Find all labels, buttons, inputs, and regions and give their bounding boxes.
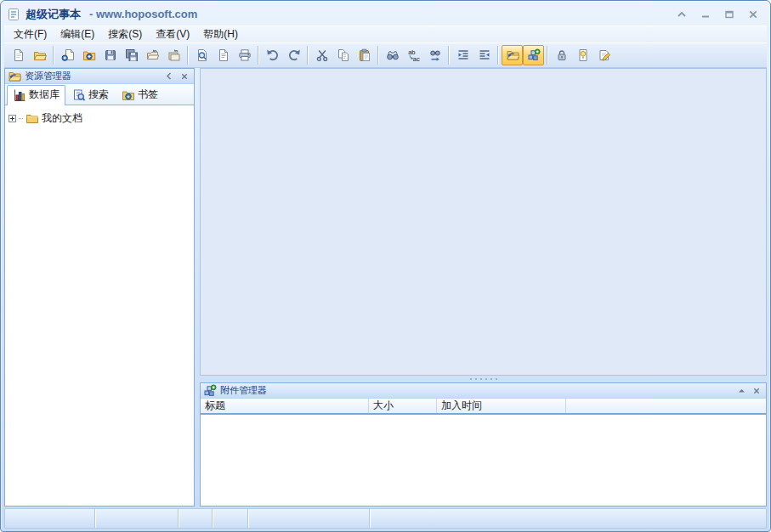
menu-search[interactable]: 搜索(S) — [101, 25, 149, 44]
column-added-time[interactable]: 加入时间 — [437, 399, 566, 413]
toolbar-separator — [307, 46, 309, 65]
paste-icon — [358, 48, 371, 62]
attachments-collapse-button[interactable] — [735, 385, 747, 396]
menu-view[interactable]: 查看(V) — [149, 25, 196, 44]
toggle-explorer-button[interactable] — [502, 45, 523, 65]
collapse-up-icon — [738, 388, 745, 394]
redo-icon — [287, 48, 301, 62]
folder-add-icon — [82, 48, 96, 62]
status-cell — [213, 509, 248, 528]
attachments-list-body — [201, 415, 766, 506]
status-cell — [248, 509, 370, 528]
restore-folder-icon — [146, 48, 160, 62]
tab-search-label: 搜索 — [88, 88, 109, 102]
new-icon — [12, 48, 26, 62]
outdent-button[interactable] — [473, 45, 495, 65]
toggle-attachments-button[interactable] — [523, 45, 544, 65]
maximize-button[interactable] — [719, 7, 740, 21]
indent-icon — [456, 48, 470, 62]
editor-client-area — [200, 68, 767, 376]
explorer-tabs: 数据库 搜索 书签 — [5, 84, 194, 105]
redo-button[interactable] — [283, 45, 304, 65]
tree-item-my-documents[interactable]: 我的文档 — [9, 110, 190, 126]
tree-item-label: 我的文档 — [42, 111, 82, 126]
find-button[interactable] — [382, 45, 403, 65]
undo-button[interactable] — [262, 45, 283, 65]
replace-button[interactable]: abac — [403, 45, 424, 65]
folder-add-button[interactable] — [78, 45, 99, 65]
edit-note-button[interactable] — [593, 45, 615, 65]
menu-help[interactable]: 帮助(H) — [196, 25, 245, 44]
window-title-suffix: - www.hoposoft.com — [89, 8, 197, 20]
menu-edit[interactable]: 编辑(E) — [54, 25, 101, 44]
close-icon — [181, 73, 188, 80]
outdent-icon — [478, 48, 491, 62]
explorer-collapse-button[interactable] — [163, 71, 175, 82]
find-icon — [386, 48, 400, 62]
database-chart-icon — [13, 88, 26, 102]
toolbar: abac — [4, 42, 767, 68]
replace-icon: abac — [407, 48, 421, 62]
tree-connector — [19, 118, 23, 119]
tab-search[interactable]: 搜索 — [66, 85, 115, 105]
lock-button[interactable] — [551, 45, 572, 65]
explorer-panel-title: 资源管理器 — [25, 70, 160, 82]
horizontal-splitter[interactable] — [200, 376, 767, 382]
menu-file[interactable]: 文件(F) — [7, 25, 54, 44]
explorer-panel-header: 资源管理器 — [5, 69, 194, 84]
toolbar-separator — [187, 46, 189, 65]
close-button[interactable] — [743, 7, 763, 21]
indent-button[interactable] — [452, 45, 473, 65]
edit-pencil-icon — [598, 48, 611, 62]
tip-button[interactable] — [572, 45, 593, 65]
tab-bookmarks[interactable]: 书签 — [116, 85, 164, 105]
new-button[interactable] — [8, 45, 29, 65]
status-cell — [370, 509, 766, 528]
chevron-left-icon — [166, 72, 173, 80]
close-icon — [753, 388, 760, 394]
collapse-window-button[interactable] — [672, 7, 692, 21]
save-all-icon — [125, 48, 139, 62]
print-preview-button[interactable] — [191, 45, 213, 65]
save-icon — [104, 48, 117, 62]
folder-icon — [26, 111, 39, 125]
copy-button[interactable] — [332, 45, 354, 65]
open-icon — [33, 48, 47, 62]
column-title[interactable]: 标题 — [201, 399, 369, 413]
restore-all-icon — [167, 48, 181, 62]
open-button[interactable] — [29, 45, 50, 65]
print-button[interactable] — [234, 45, 255, 65]
explorer-close-button[interactable] — [179, 71, 190, 82]
toolbar-separator — [258, 46, 259, 65]
note-add-button[interactable] — [57, 45, 78, 65]
content-area: 资源管理器 数据库 搜索 书签 — [4, 68, 767, 507]
window-controls — [672, 7, 763, 21]
explorer-folder-icon — [8, 70, 21, 83]
right-column: 附件管理器 标题 大小 加入时间 — [200, 68, 767, 507]
paste-button[interactable] — [354, 45, 375, 65]
expand-plus-icon[interactable] — [9, 115, 16, 122]
cut-button[interactable] — [311, 45, 332, 65]
close-icon — [748, 10, 758, 19]
column-size[interactable]: 大小 — [369, 399, 437, 413]
save-button[interactable] — [99, 45, 121, 65]
toolbar-separator — [448, 46, 450, 65]
tab-database[interactable]: 数据库 — [7, 85, 65, 105]
save-all-button[interactable] — [121, 45, 142, 65]
restore-all-button[interactable] — [163, 45, 184, 65]
bookmark-folder-icon — [122, 88, 135, 102]
attachments-panel-title: 附件管理器 — [220, 384, 732, 397]
attachments-panel-header: 附件管理器 — [201, 383, 766, 399]
attachments-close-button[interactable] — [751, 385, 762, 396]
find-next-button[interactable] — [424, 45, 445, 65]
restore-button[interactable] — [142, 45, 163, 65]
note-add-icon — [61, 48, 75, 62]
search-page-icon — [72, 88, 86, 102]
toolbar-separator — [547, 46, 548, 65]
status-cell — [179, 509, 213, 528]
minimize-button[interactable] — [695, 7, 716, 21]
page-setup-button[interactable] — [213, 45, 234, 65]
status-cell — [95, 509, 179, 528]
database-tree: 我的文档 — [5, 105, 194, 506]
cut-icon — [315, 48, 329, 62]
